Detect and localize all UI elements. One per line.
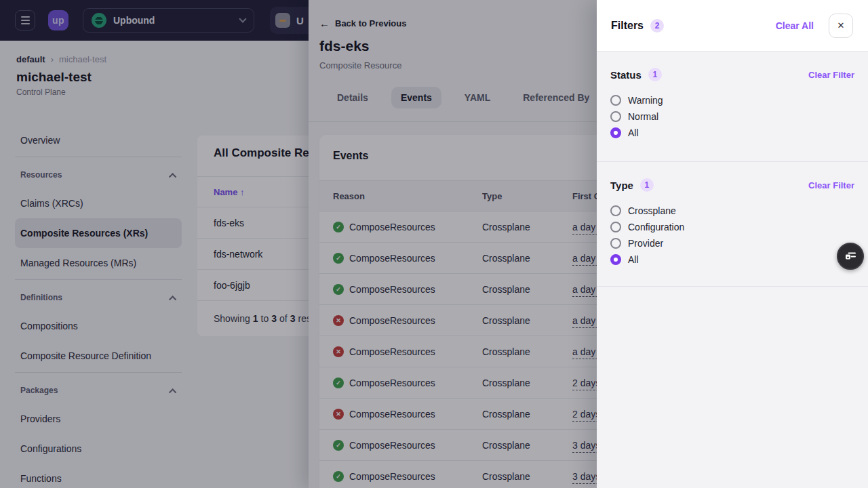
radio-circle-icon[interactable] xyxy=(610,238,621,249)
radio-warning[interactable]: Warning xyxy=(610,92,854,108)
app-root: up Upbound U default › michael-test mich… xyxy=(0,0,868,488)
clear-status-filter-button[interactable]: Clear Filter xyxy=(808,70,854,80)
clear-type-filter-button[interactable]: Clear Filter xyxy=(808,180,854,190)
radio-circle-icon[interactable] xyxy=(610,254,621,265)
radio-circle-icon[interactable] xyxy=(610,205,621,216)
filters-count-badge: 2 xyxy=(650,19,664,33)
status-group-title: Status xyxy=(610,69,642,81)
radio-circle-icon[interactable] xyxy=(610,111,621,122)
filter-group-status: Status 1 Clear Filter Warning Normal All xyxy=(597,52,868,161)
radio-circle-icon[interactable] xyxy=(610,127,621,138)
filters-title: Filters xyxy=(611,20,644,32)
radio-type-all[interactable]: All xyxy=(610,251,854,268)
radio-normal[interactable]: Normal xyxy=(610,108,854,125)
feedback-icon xyxy=(844,249,857,263)
clear-all-button[interactable]: Clear All xyxy=(776,20,814,31)
radio-circle-icon[interactable] xyxy=(610,222,621,232)
feedback-widget-button[interactable] xyxy=(837,243,864,270)
filters-header: Filters 2 Clear All ✕ xyxy=(597,0,868,52)
type-count-badge: 1 xyxy=(640,178,654,192)
radio-status-all[interactable]: All xyxy=(610,125,854,141)
type-group-title: Type xyxy=(610,180,633,191)
filter-group-type: Type 1 Clear Filter Crossplane Configura… xyxy=(597,162,868,286)
radio-configuration[interactable]: Configuration xyxy=(610,219,854,235)
radio-circle-icon[interactable] xyxy=(610,95,621,106)
status-count-badge: 1 xyxy=(648,68,662,81)
radio-provider[interactable]: Provider xyxy=(610,235,854,251)
close-icon: ✕ xyxy=(837,20,845,30)
divider xyxy=(597,286,868,287)
close-drawer-button[interactable]: ✕ xyxy=(829,14,853,38)
filters-drawer: Filters 2 Clear All ✕ Status 1 Clear Fil… xyxy=(597,0,868,488)
radio-crossplane[interactable]: Crossplane xyxy=(610,203,854,219)
